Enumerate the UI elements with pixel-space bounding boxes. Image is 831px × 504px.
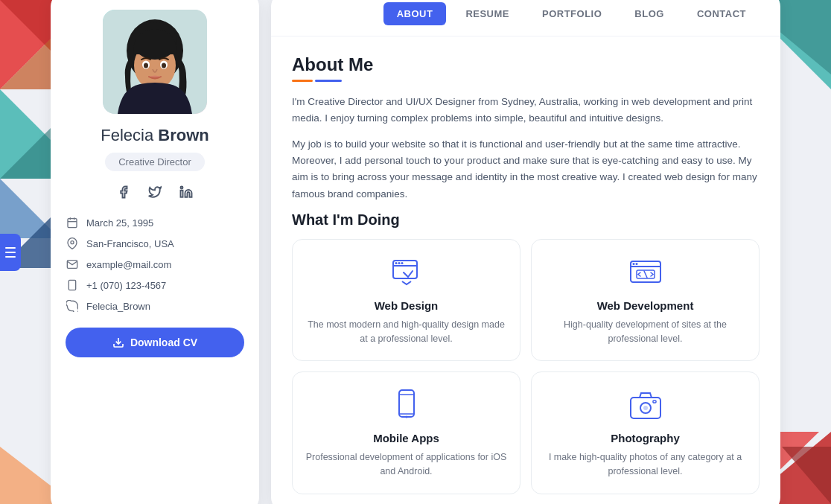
service-card-photography: Photography I make high-quality photos o…: [531, 371, 760, 494]
photography-desc: I make high-quality photos of any catego…: [544, 450, 747, 479]
svg-point-40: [401, 262, 403, 264]
service-card-web-design: Web Design The most modern and high-qual…: [292, 239, 520, 362]
email-text: example@mail.com: [86, 259, 171, 270]
svg-rect-54: [653, 401, 656, 403]
svg-rect-41: [631, 261, 660, 282]
avatar: [103, 10, 207, 114]
mobile-icon: [389, 387, 424, 423]
social-icons: [113, 182, 197, 202]
photography-icon: [628, 387, 663, 423]
twitter-icon[interactable]: [144, 182, 165, 202]
skype-info: Felecia_Brown: [66, 299, 244, 313]
about-title: About Me: [292, 54, 760, 75]
phone-info: +1 (070) 123-4567: [66, 278, 244, 292]
main-container: Felecia Brown Creative Director: [0, 0, 831, 504]
nav-item-blog[interactable]: BLOG: [621, 2, 678, 25]
location-text: San-Francisco, USA: [86, 238, 174, 249]
location-icon: [66, 237, 79, 250]
title-underline: [292, 80, 760, 82]
service-card-mobile: Mobile Apps Professional development of …: [292, 371, 520, 494]
web-dev-icon: [628, 255, 663, 290]
linkedin-icon[interactable]: [176, 182, 197, 202]
svg-point-39: [398, 262, 400, 264]
what-doing-title: What I'm Doing: [292, 211, 760, 229]
skype-icon: [66, 299, 79, 313]
birthday-info: March 25, 1995: [66, 216, 244, 229]
svg-point-38: [395, 262, 397, 264]
skype-text: Felecia_Brown: [86, 301, 150, 312]
menu-icon: [5, 247, 16, 258]
main-card: ABOUT RESUME PORTFOLIO BLOG CONTACT Abou…: [271, 0, 780, 504]
svg-rect-33: [69, 281, 75, 290]
web-design-name: Web Design: [375, 299, 439, 312]
svg-line-44: [644, 271, 647, 278]
nav-item-about[interactable]: ABOUT: [383, 2, 447, 25]
sidebar-toggle-button[interactable]: [0, 234, 21, 271]
service-card-web-dev: Web Development High-quality development…: [531, 239, 760, 362]
mobile-desc: Professional development of applications…: [305, 450, 508, 479]
info-list: March 25, 1995 San-Francisco, USA: [66, 216, 244, 313]
svg-point-45: [632, 263, 634, 265]
web-dev-desc: High-quality development of sites at the…: [544, 318, 747, 346]
svg-rect-26: [181, 191, 183, 197]
underline-orange: [292, 80, 313, 82]
photography-name: Photography: [611, 432, 680, 444]
about-paragraph-1: I'm Creative Director and UI/UX Designer…: [292, 94, 760, 127]
nav-item-contact[interactable]: CONTACT: [684, 2, 760, 25]
nav-item-portfolio[interactable]: PORTFOLIO: [529, 2, 615, 25]
download-icon: [112, 336, 124, 348]
web-design-icon: [389, 255, 424, 290]
svg-point-46: [635, 263, 637, 265]
card-wrapper: Felecia Brown Creative Director: [51, 0, 780, 504]
title-badge: Creative Director: [105, 153, 205, 171]
content-area: About Me I'm Creative Director and UI/UX…: [271, 36, 780, 504]
nav-item-resume[interactable]: RESUME: [452, 2, 523, 25]
about-paragraph-2: My job is to build your website so that …: [292, 136, 760, 202]
email-info: example@mail.com: [66, 258, 244, 271]
email-icon: [66, 258, 79, 271]
underline-blue: [315, 80, 342, 82]
web-dev-name: Web Development: [597, 299, 694, 312]
birthday-text: March 25, 1995: [86, 217, 153, 229]
svg-point-24: [144, 63, 148, 68]
svg-point-53: [643, 406, 648, 410]
services-grid: Web Design The most modern and high-qual…: [292, 239, 760, 494]
sidebar-card: Felecia Brown Creative Director: [51, 0, 259, 504]
calendar-icon: [66, 216, 79, 229]
location-info: San-Francisco, USA: [66, 237, 244, 250]
svg-point-50: [405, 416, 407, 418]
facebook-icon[interactable]: [113, 182, 134, 202]
phone-icon: [66, 278, 79, 292]
person-name: Felecia Brown: [101, 126, 209, 145]
web-design-desc: The most modern and high-quality design …: [305, 318, 508, 346]
svg-point-27: [181, 187, 183, 189]
avatar-wrapper: [103, 10, 207, 114]
mobile-name: Mobile Apps: [373, 432, 439, 444]
phone-text: +1 (070) 123-4567: [86, 280, 166, 291]
svg-rect-28: [68, 219, 77, 228]
svg-point-32: [71, 241, 74, 244]
nav-bar: ABOUT RESUME PORTFOLIO BLOG CONTACT: [271, 0, 780, 36]
svg-point-25: [162, 63, 166, 68]
download-cv-button[interactable]: Download CV: [66, 328, 244, 357]
